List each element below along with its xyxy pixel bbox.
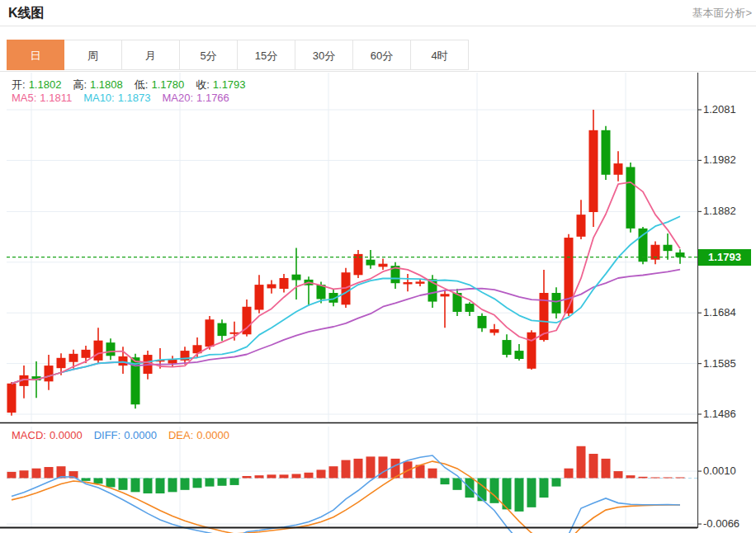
macd-bar — [329, 466, 338, 478]
tab-周[interactable]: 周 — [64, 40, 122, 70]
macd-bar — [45, 467, 54, 478]
candle-body — [614, 163, 623, 175]
candle-body — [57, 358, 66, 368]
legend-label: MA20: — [162, 92, 193, 104]
candle-body — [465, 304, 475, 312]
candle-body — [565, 238, 574, 314]
axis-tick-label: 1.1982 — [703, 153, 736, 166]
macd-bar — [527, 479, 536, 507]
macd-bar — [156, 479, 165, 494]
macd-bar — [7, 472, 17, 479]
macd-bar — [32, 469, 41, 479]
macd-bar — [441, 479, 450, 485]
macd-bar — [552, 479, 561, 487]
legend-value: 1.1793 — [213, 78, 246, 91]
legend-value: 0.0000 — [50, 429, 83, 441]
macd-bar — [305, 473, 314, 479]
candle-body — [552, 293, 561, 314]
legend-label: DEA: — [168, 429, 193, 441]
macd-bar — [144, 479, 153, 494]
legend-value: 1.1802 — [29, 78, 62, 91]
candle-body — [218, 323, 227, 337]
axis-tick-label: -0.0066 — [703, 517, 739, 530]
candle-body — [515, 351, 524, 359]
macd-bar — [515, 479, 524, 512]
candle-body — [527, 333, 536, 369]
macd-bar — [453, 479, 462, 490]
macd-bar — [267, 474, 276, 478]
macd-bar — [317, 469, 326, 478]
interval-tabbar: 日周月5分15分30分60分4时 — [0, 40, 756, 72]
tab-60分[interactable]: 60分 — [353, 40, 411, 70]
macd-bar — [342, 460, 351, 479]
page-header: K线图 基本面分析> — [0, 0, 756, 26]
candle-body — [280, 278, 289, 289]
kline-page: K线图 基本面分析> 日周月5分15分30分60分4时 开:1.1802高:1.… — [0, 0, 756, 533]
candle-body — [292, 275, 301, 281]
tab-5分[interactable]: 5分 — [180, 40, 238, 70]
legend-label: MA5: — [12, 92, 36, 104]
candle-body — [626, 167, 636, 228]
candle-body — [106, 342, 116, 356]
candle-body — [676, 252, 685, 257]
candle-body — [503, 340, 512, 355]
candle-body — [7, 384, 17, 413]
macd-bar — [626, 475, 636, 478]
macd-bar — [193, 479, 202, 488]
candle-body — [119, 356, 128, 366]
legend-label: 开: — [12, 78, 26, 91]
macd-bar — [243, 476, 252, 479]
candle-body — [379, 264, 388, 267]
tab-30分[interactable]: 30分 — [295, 40, 353, 70]
axis-tick-label: 1.1882 — [703, 205, 736, 217]
legend-value: 1.1873 — [118, 92, 151, 104]
macd-bar — [181, 479, 190, 490]
macd-bar — [651, 478, 660, 479]
legend-label: MA10: — [83, 92, 115, 104]
macd-bar — [354, 459, 363, 479]
tab-15分[interactable]: 15分 — [238, 40, 295, 70]
macd-bar — [589, 454, 598, 478]
fundamental-analysis-link[interactable]: 基本面分析> — [692, 6, 752, 21]
macd-bar — [168, 479, 177, 493]
axis-tick-label: 1.1486 — [703, 408, 736, 420]
legend-label: DIFF: — [94, 429, 121, 441]
legend-value: 1.1780 — [151, 78, 184, 91]
macd-bar — [119, 479, 128, 490]
macd-bar — [478, 479, 487, 502]
tab-4时[interactable]: 4时 — [411, 40, 469, 70]
ohlc-legend: 开:1.1802高:1.1808低:1.1780收:1.1793 — [12, 78, 258, 92]
legend-value: 1.1808 — [90, 78, 123, 91]
macd-bar — [614, 471, 623, 478]
candle-body — [206, 319, 215, 347]
axis-tick-label: 1.2081 — [703, 103, 736, 116]
tab-日[interactable]: 日 — [7, 40, 64, 70]
macd-bar — [20, 470, 29, 478]
candle-body — [69, 354, 78, 362]
current-price-tag: 1.1793 — [698, 249, 751, 266]
candle-body — [267, 284, 276, 288]
macd-bar — [131, 479, 140, 493]
macd-bar — [230, 479, 239, 485]
macd-bar — [206, 479, 215, 487]
legend-label: 低: — [135, 78, 149, 91]
candle-body — [589, 130, 598, 212]
candle-body — [82, 350, 91, 358]
candle-body — [490, 329, 499, 333]
kline-macd-chart[interactable] — [0, 72, 756, 533]
candle-body — [416, 281, 425, 283]
candle-body — [602, 130, 611, 175]
legend-label: MACD: — [12, 429, 46, 441]
legend-value: 0.0000 — [124, 429, 157, 441]
chart-area[interactable]: 开:1.1802高:1.1808低:1.1780收:1.1793 MA5:1.1… — [0, 72, 756, 533]
legend-value: 1.1811 — [40, 92, 72, 104]
candle-body — [45, 366, 54, 381]
macd-bar — [82, 479, 91, 481]
macd-bar — [639, 477, 648, 479]
macd-bar — [94, 479, 103, 484]
macd-bar — [540, 479, 549, 498]
macd-bar — [106, 479, 116, 488]
tab-月[interactable]: 月 — [122, 40, 180, 70]
macd-bar — [565, 469, 574, 479]
macd-bar — [577, 446, 586, 479]
